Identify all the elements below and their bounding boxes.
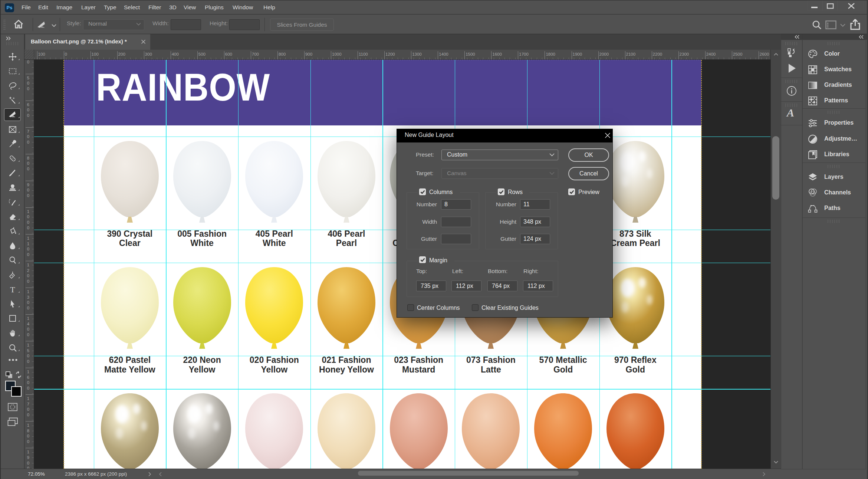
svg-text:T: T	[10, 285, 15, 293]
